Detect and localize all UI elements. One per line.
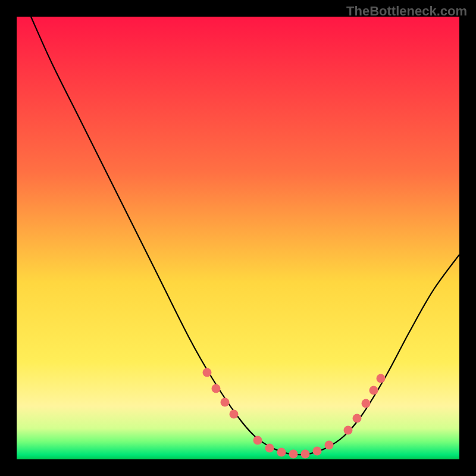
data-dot bbox=[353, 414, 362, 423]
data-dot bbox=[230, 410, 239, 419]
data-dot bbox=[265, 444, 274, 453]
data-dot bbox=[325, 441, 334, 450]
data-dot bbox=[377, 374, 386, 383]
data-dot bbox=[212, 384, 221, 393]
data-dot bbox=[301, 450, 310, 459]
data-dot bbox=[289, 450, 298, 459]
data-dot bbox=[369, 386, 378, 395]
data-dot bbox=[344, 426, 353, 435]
data-dot bbox=[313, 447, 322, 456]
watermark-text: TheBottleneck.com bbox=[346, 4, 467, 19]
plot-area bbox=[17, 17, 459, 459]
data-dot bbox=[253, 436, 262, 445]
data-dot bbox=[277, 448, 286, 457]
data-dot bbox=[362, 399, 371, 408]
bottleneck-curve bbox=[17, 17, 459, 459]
data-dot bbox=[203, 368, 212, 377]
data-dot bbox=[221, 398, 230, 407]
